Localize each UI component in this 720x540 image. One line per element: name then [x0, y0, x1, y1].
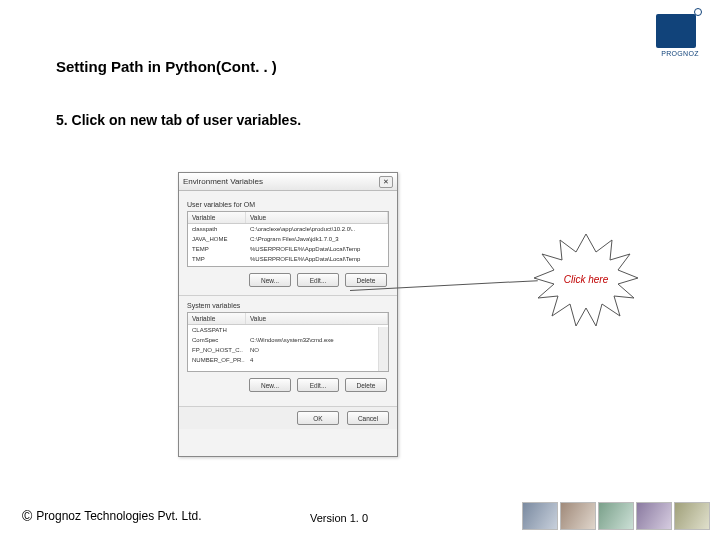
table-row[interactable]: FP_NO_HOST_C..NO — [188, 345, 388, 355]
copyright-icon: © — [22, 508, 32, 524]
footer-thumbnail — [636, 502, 672, 530]
table-row[interactable]: classpathC:\oraclexe\app\oracle\product\… — [188, 224, 388, 234]
dialog-titlebar: Environment Variables ✕ — [179, 173, 397, 191]
system-delete-button[interactable]: Delete — [345, 378, 387, 392]
scrollbar[interactable] — [378, 327, 388, 371]
callout-label: Click here — [530, 274, 642, 285]
column-header-variable: Variable — [188, 313, 246, 324]
footer-thumbnail — [674, 502, 710, 530]
footer-thumbnail-strip — [522, 502, 710, 530]
company-name: Prognoz Technologies Pvt. Ltd. — [36, 509, 201, 523]
cancel-button[interactable]: Cancel — [347, 411, 389, 425]
brand-name: PROGNOZ — [656, 50, 704, 57]
user-vars-list[interactable]: Variable Value classpathC:\oraclexe\app\… — [187, 211, 389, 267]
dialog-title: Environment Variables — [183, 177, 263, 186]
environment-variables-dialog: Environment Variables ✕ User variables f… — [178, 172, 398, 457]
user-vars-label: User variables for OM — [187, 201, 389, 208]
page-title: Setting Path in Python(Cont. . ) — [56, 58, 277, 75]
brand-logo: PROGNOZ — [656, 14, 704, 62]
table-row[interactable]: CLASSPATH — [188, 325, 388, 335]
user-edit-button[interactable]: Edit... — [297, 273, 339, 287]
column-header-value: Value — [246, 212, 388, 223]
close-button[interactable]: ✕ — [379, 176, 393, 188]
ok-button[interactable]: OK — [297, 411, 339, 425]
table-row[interactable]: NUMBER_OF_PR..4 — [188, 355, 388, 365]
user-delete-button[interactable]: Delete — [345, 273, 387, 287]
table-row[interactable]: TEMP%USERPROFILE%\AppData\Local\Temp — [188, 244, 388, 254]
callout-starburst: Click here — [530, 232, 642, 332]
table-row[interactable]: JAVA_HOMEC:\Program Files\Java\jdk1.7.0_… — [188, 234, 388, 244]
brand-mark — [656, 14, 696, 48]
system-new-button[interactable]: New... — [249, 378, 291, 392]
step-instruction: 5. Click on new tab of user variables. — [56, 112, 301, 128]
user-new-button[interactable]: New... — [249, 273, 291, 287]
footer-version: Version 1. 0 — [310, 512, 368, 524]
footer-thumbnail — [598, 502, 634, 530]
footer-thumbnail — [522, 502, 558, 530]
table-row[interactable]: TMP%USERPROFILE%\AppData\Local\Temp — [188, 254, 388, 264]
system-edit-button[interactable]: Edit... — [297, 378, 339, 392]
column-header-variable: Variable — [188, 212, 246, 223]
column-header-value: Value — [246, 313, 388, 324]
system-vars-list[interactable]: Variable Value CLASSPATH ComSpecC:\Windo… — [187, 312, 389, 372]
footer-thumbnail — [560, 502, 596, 530]
system-vars-label: System variables — [187, 302, 389, 309]
table-row[interactable]: ComSpecC:\Windows\system32\cmd.exe — [188, 335, 388, 345]
footer-copyright: © Prognoz Technologies Pvt. Ltd. — [22, 508, 202, 524]
